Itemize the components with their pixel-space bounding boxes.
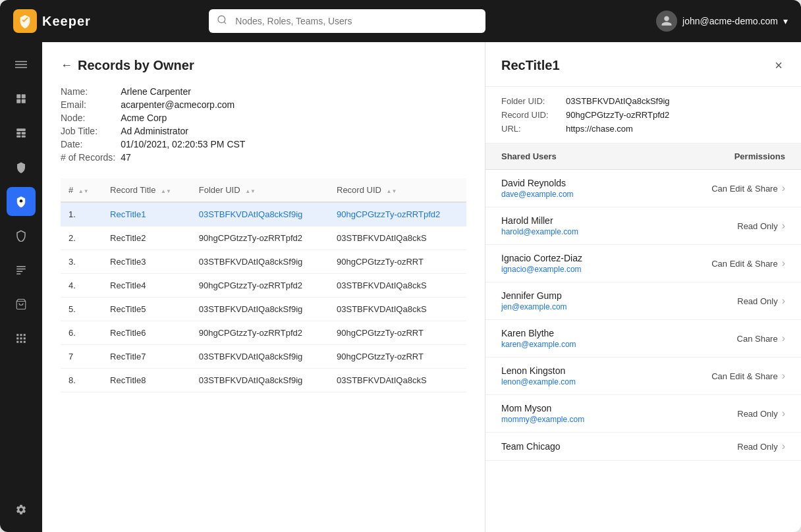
cell-title[interactable]: RecTitle3 [102,250,191,274]
permission-area: Can Edit & Share › [711,257,785,269]
svg-rect-18 [16,334,18,336]
search-icon [217,14,227,28]
records-label: # of Records: [61,152,115,163]
sidebar-item-cart[interactable] [7,290,36,319]
shared-user-row[interactable]: Mom Myson mommy@example.com Read Only › [485,395,801,433]
shared-user-row[interactable]: Harold Miller harold@example.com Read On… [485,207,801,245]
svg-rect-4 [16,94,20,98]
svg-rect-17 [16,273,20,275]
cell-title[interactable]: RecTitle2 [102,226,191,250]
col-record[interactable]: Record UID ▲▼ [329,178,466,202]
user-info: Lenon Kingston lenon@example.com [501,365,576,386]
svg-rect-23 [24,338,26,340]
cell-title[interactable]: RecTitle4 [102,274,191,298]
url-value: https://chase.com [566,124,633,134]
cell-record: 03STBFKVDAtIQa8ckS [329,226,466,250]
svg-rect-12 [22,136,26,138]
shared-user-row[interactable]: Lenon Kingston lenon@example.com Can Edi… [485,358,801,395]
user-info: Harold Miller harold@example.com [501,215,578,236]
svg-rect-6 [16,99,20,103]
date-value: 01/10/2021, 02:20:53 PM CST [121,139,466,149]
cell-num: 4. [61,274,102,298]
cell-title[interactable]: RecTitle6 [102,321,191,345]
svg-rect-20 [24,334,26,336]
user-name: Jennifer Gump [501,290,567,301]
svg-rect-2 [15,64,27,65]
sidebar-item-grid[interactable] [7,324,36,353]
cell-title[interactable]: RecTitle5 [102,298,191,321]
table-row[interactable]: 4. RecTitle4 90hgCPGtzzTy-ozRRTpfd2 03ST… [61,274,466,298]
sidebar-item-menu[interactable] [7,50,36,79]
name-label: Name: [61,86,115,97]
shared-user-row[interactable]: Team Chicago Read Only › [485,433,801,461]
chevron-right-icon: › [782,370,785,382]
chevron-right-icon: › [782,440,785,452]
user-area[interactable]: john@acme-demo.com ▾ [656,11,788,32]
svg-rect-3 [15,67,27,68]
svg-rect-10 [22,132,26,135]
col-title[interactable]: Record Title ▲▼ [102,178,191,202]
shared-users-header: Shared Users Permissions [485,144,801,170]
svg-rect-25 [20,341,22,343]
cell-record: 03STBFKVDAtIQa8ckS [329,369,466,392]
cell-title[interactable]: RecTitle1 [102,202,191,226]
cell-folder: 03STBFKVDAtIQa8ckSf9ig [191,250,329,274]
svg-rect-8 [16,128,26,131]
svg-rect-7 [22,99,26,103]
col-folder[interactable]: Folder UID ▲▼ [191,178,329,202]
top-navigation: Keeper john@acme-demo.com ▾ [0,0,801,42]
table-row[interactable]: 1. RecTitle1 03STBFKVDAtIQa8ckSf9ig 90hg… [61,202,466,226]
back-arrow-icon[interactable]: ← [61,59,72,72]
cell-title[interactable]: RecTitle8 [102,369,191,392]
svg-rect-21 [16,338,18,340]
folder-uid-label: Folder UID: [501,96,561,106]
cell-folder: 90hgCPGtzzTy-ozRRTpfd2 [191,321,329,345]
node-value: Acme Corp [121,113,466,123]
table-row[interactable]: 2. RecTitle2 90hgCPGtzzTy-ozRRTpfd2 03ST… [61,226,466,250]
sidebar-item-shield2[interactable] [7,221,36,250]
sidebar-item-records[interactable] [7,255,36,284]
col-num[interactable]: # ▲▼ [61,178,102,202]
svg-rect-19 [20,334,22,336]
records-value: 47 [121,152,466,163]
logo-text: Keeper [42,14,91,29]
sidebar-item-table[interactable] [7,119,36,147]
shared-user-row[interactable]: Karen Blythe karen@example.com Can Share… [485,320,801,358]
sidebar-item-settings[interactable] [7,495,36,524]
table-row[interactable]: 8. RecTitle8 03STBFKVDAtIQa8ckSf9ig 03ST… [61,369,466,392]
cell-title[interactable]: RecTitle7 [102,345,191,369]
close-button[interactable]: × [772,55,785,76]
user-name: Lenon Kingston [501,365,576,376]
permission-area: Can Edit & Share › [711,182,785,194]
permission-area: Read Only › [737,440,785,452]
user-info: Ignacio Cortez-Diaz ignacio@example.com [501,253,582,274]
cell-folder: 03STBFKVDAtIQa8ckSf9ig [191,298,329,321]
permission-text: Can Edit & Share [711,371,777,381]
logo-icon [13,9,37,33]
table-row[interactable]: 3. RecTitle3 03STBFKVDAtIQa8ckSf9ig 90hg… [61,250,466,274]
shared-user-row[interactable]: Jennifer Gump jen@example.com Read Only … [485,282,801,320]
permission-text: Can Edit & Share [711,184,777,194]
table-row[interactable]: 6. RecTitle6 90hgCPGtzzTy-ozRRTpfd2 90hg… [61,321,466,345]
shared-user-row[interactable]: David Reynolds dave@example.com Can Edit… [485,170,801,207]
table-row[interactable]: 7 RecTitle7 03STBFKVDAtIQa8ckSf9ig 90hgC… [61,345,466,369]
sidebar-item-dashboard[interactable] [7,84,36,113]
sidebar-item-security[interactable] [7,187,36,216]
user-info: David Reynolds dave@example.com [501,178,574,199]
user-info: Mom Myson mommy@example.com [501,403,584,424]
avatar [656,11,677,32]
table-row[interactable]: 5. RecTitle5 03STBFKVDAtIQa8ckSf9ig 03ST… [61,298,466,321]
shared-user-row[interactable]: Ignacio Cortez-Diaz ignacio@example.com … [485,245,801,282]
logo-area: Keeper [13,9,119,33]
right-panel-title: RecTitle1 [501,58,560,73]
right-panel-header: RecTitle1 × [485,42,801,87]
user-email: mommy@example.com [501,415,584,424]
user-info: Team Chicago [501,441,561,452]
search-input[interactable] [209,9,485,33]
sidebar-item-shield[interactable] [7,153,36,182]
email-value: acarpenter@acmecorp.com [121,99,466,110]
user-name: Ignacio Cortez-Diaz [501,253,582,263]
user-info: Karen Blythe karen@example.com [501,328,576,349]
cell-record: 90hgCPGtzzTy-ozRRT [329,321,466,345]
permission-area: Read Only › [737,220,785,232]
